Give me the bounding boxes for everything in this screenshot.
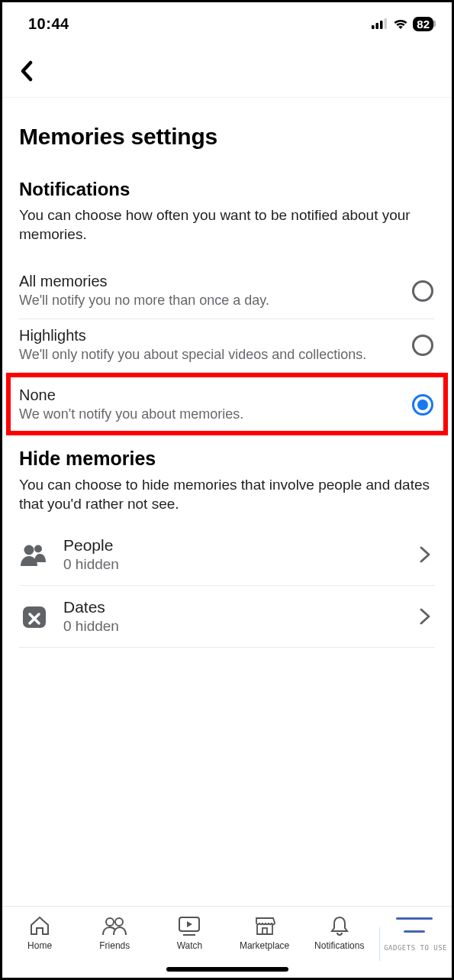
tab-notifications[interactable]: Notifications: [302, 914, 377, 951]
tab-label: Home: [27, 940, 52, 951]
divider: [379, 927, 380, 961]
calendar-x-icon: [19, 601, 50, 632]
hide-dates-row[interactable]: Dates 0 hidden: [19, 586, 435, 648]
people-icon: [19, 539, 50, 570]
svg-point-4: [24, 545, 34, 555]
friends-icon: [101, 914, 127, 937]
svg-rect-2: [380, 21, 383, 29]
notification-options: All memories We'll notify you no more th…: [19, 265, 435, 435]
chevron-right-icon: [415, 545, 435, 564]
svg-rect-3: [385, 18, 388, 29]
tab-watch[interactable]: Watch: [152, 914, 227, 951]
svg-rect-11: [262, 928, 267, 934]
option-highlights[interactable]: Highlights We'll only notify you about s…: [19, 319, 435, 374]
radio-icon[interactable]: [412, 335, 433, 356]
home-indicator[interactable]: [166, 967, 288, 972]
chevron-right-icon: [415, 606, 435, 626]
battery-level-icon: 82: [413, 17, 433, 31]
status-right: 82: [372, 17, 433, 31]
marketplace-icon: [252, 914, 278, 937]
option-subtitle: We'll only notify you about special vide…: [19, 346, 403, 364]
hide-list: People 0 hidden Dates 0 hidden: [19, 532, 435, 648]
list-title: People: [63, 536, 401, 555]
notifications-section-desc: You can choose how often you want to be …: [19, 206, 435, 244]
list-subtitle: 0 hidden: [63, 556, 401, 573]
tab-marketplace[interactable]: Marketplace: [227, 914, 302, 951]
watch-icon: [176, 914, 202, 937]
option-all-memories[interactable]: All memories We'll notify you no more th…: [19, 265, 435, 319]
chevron-left-icon: [19, 60, 34, 82]
wifi-icon: [393, 18, 408, 30]
cellular-signal-icon: [372, 18, 388, 29]
notifications-section-title: Notifications: [19, 179, 435, 200]
highlighted-option: None We won't notify you about memories.: [6, 373, 448, 435]
tab-label: Watch: [177, 940, 203, 951]
tab-label: Notifications: [314, 940, 364, 951]
back-button[interactable]: [19, 56, 50, 86]
watermark: GADGETS TO USE: [384, 944, 447, 952]
tab-home[interactable]: Home: [2, 914, 77, 951]
page-title: Memories settings: [19, 124, 435, 150]
tab-menu[interactable]: [377, 914, 452, 933]
radio-icon[interactable]: [412, 394, 433, 416]
hamburger-icon: [404, 930, 425, 933]
home-icon: [27, 914, 53, 937]
svg-rect-0: [372, 25, 375, 29]
status-bar: 10:44 82: [2, 2, 452, 40]
nav-header: [2, 40, 452, 91]
option-subtitle: We won't notify you about memories.: [19, 406, 403, 423]
option-title: All memories: [19, 273, 403, 290]
radio-icon[interactable]: [412, 280, 433, 302]
bell-icon: [327, 914, 353, 937]
svg-point-8: [115, 918, 123, 926]
tab-label: Marketplace: [240, 940, 289, 951]
svg-point-5: [34, 545, 42, 553]
option-title: Highlights: [19, 327, 403, 344]
status-time: 10:44: [28, 15, 69, 33]
tab-label: Friends: [99, 940, 130, 951]
list-title: Dates: [63, 598, 401, 616]
list-subtitle: 0 hidden: [63, 618, 401, 635]
tab-friends[interactable]: Friends: [77, 914, 152, 951]
option-none[interactable]: None We won't notify you about memories.: [19, 380, 435, 429]
hide-section-desc: You can choose to hide memories that inv…: [19, 476, 435, 513]
svg-rect-1: [376, 23, 379, 29]
hide-section-title: Hide memories: [19, 448, 435, 470]
option-title: None: [19, 387, 403, 404]
menu-active-indicator: [396, 917, 433, 920]
hide-people-row[interactable]: People 0 hidden: [19, 532, 435, 586]
battery-percent: 82: [417, 18, 430, 31]
option-subtitle: We'll notify you no more than once a day…: [19, 292, 403, 309]
svg-point-7: [106, 918, 114, 926]
